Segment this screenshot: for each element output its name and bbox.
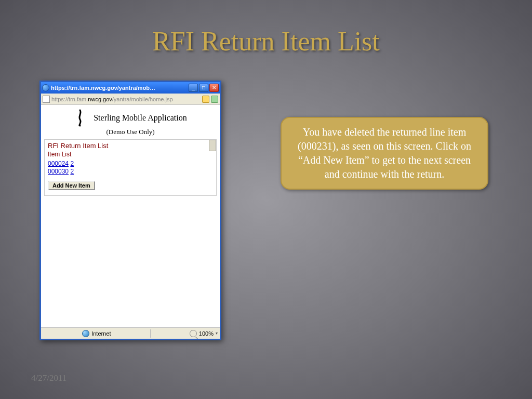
statusbar: Internet 100% ▾ (41, 327, 220, 339)
url-gray-2: /yantra/mobile/home.jsp (112, 96, 173, 102)
status-separator (150, 329, 151, 338)
callout-text: You have deleted the returned line item … (298, 126, 471, 180)
window-titlebar: https://trn.fam.nwcg.gov/yantra/mob… _ □… (41, 82, 220, 94)
item-id-link[interactable]: 000024 (48, 160, 69, 167)
instruction-callout: You have deleted the returned line item … (281, 117, 488, 190)
item-qty-link[interactable]: 2 (70, 160, 74, 167)
window-buttons: _ □ ✕ (189, 84, 219, 92)
url-text[interactable]: https://trn.fam.nwcg.gov/yantra/mobile/h… (51, 96, 201, 102)
browser-window: https://trn.fam.nwcg.gov/yantra/mob… _ □… (39, 81, 221, 340)
scroll-thumb[interactable] (209, 140, 216, 151)
url-gray-1: ://trn.fam. (64, 96, 88, 102)
address-bar: https://trn.fam.nwcg.gov/yantra/mobile/h… (41, 94, 220, 105)
app-header: Sterling Mobile Application (Demo Use On… (44, 109, 217, 136)
item-list-label: Item List (48, 151, 213, 158)
content-box: RFI Return Item List Item List 000024 2 … (44, 139, 217, 196)
url-scheme: https (51, 96, 64, 102)
app-subtitle: (Demo Use Only) (44, 128, 217, 136)
item-id-link[interactable]: 000030 (48, 168, 69, 175)
zoom-icon (190, 330, 197, 337)
minimize-button[interactable]: _ (189, 84, 198, 92)
section-title: RFI Return Item List (48, 142, 213, 150)
list-item: 000024 2 (48, 160, 213, 167)
app-name: Sterling Mobile Application (94, 113, 187, 122)
slide-date: 4/27/2011 (31, 373, 66, 383)
item-qty-link[interactable]: 2 (70, 168, 74, 175)
add-new-item-button[interactable]: Add New Item (48, 181, 95, 190)
app-logo-icon (74, 109, 86, 127)
url-host: nwcg.gov (88, 96, 112, 102)
ie-icon (42, 84, 49, 91)
status-zone-group: Internet (82, 330, 111, 337)
globe-icon (82, 330, 89, 337)
window-title-text: https://trn.fam.nwcg.gov/yantra/mob… (51, 85, 155, 91)
lock-icon (202, 96, 209, 103)
list-item: 000030 2 (48, 168, 213, 175)
chevron-down-icon[interactable]: ▾ (216, 331, 218, 336)
page-icon (43, 96, 50, 103)
zoom-text: 100% (199, 330, 214, 337)
status-zone-text: Internet (91, 330, 111, 337)
status-zoom-group[interactable]: 100% ▾ (190, 330, 218, 337)
feed-icon (211, 96, 218, 103)
slide-title: RFI Return Item List (0, 26, 532, 57)
page-body: Sterling Mobile Application (Demo Use On… (41, 105, 220, 327)
close-button[interactable]: ✕ (209, 84, 219, 92)
maximize-button[interactable]: □ (199, 84, 208, 92)
